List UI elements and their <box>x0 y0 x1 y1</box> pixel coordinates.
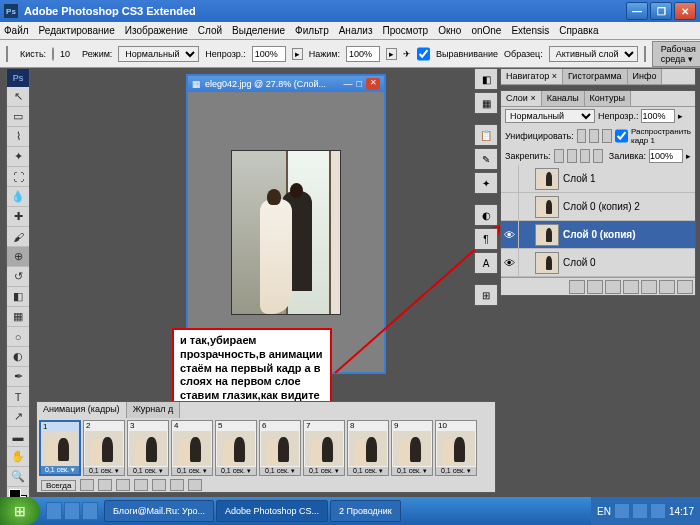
type-tool[interactable]: T <box>7 387 29 407</box>
fill-input[interactable] <box>649 149 683 163</box>
crop-tool[interactable]: ⛶ <box>7 167 29 187</box>
animation-frame[interactable]: 80,1 сек. ▾ <box>347 420 389 476</box>
animation-frame[interactable]: 10,1 сек. ▾ <box>39 420 81 476</box>
menu-item[interactable]: Слой <box>198 25 222 36</box>
path-tool[interactable]: ↗ <box>7 407 29 427</box>
layer-row[interactable]: Слой 1 <box>501 165 695 193</box>
layer-row[interactable]: Слой 0 (копия) 2 <box>501 193 695 221</box>
next-frame-button[interactable] <box>134 479 148 491</box>
lasso-tool[interactable]: ⌇ <box>7 127 29 147</box>
menu-item[interactable]: Выделение <box>232 25 285 36</box>
start-button[interactable]: ⊞ <box>0 497 40 525</box>
brush-preview[interactable] <box>52 47 54 61</box>
eyedropper-tool[interactable]: 💧 <box>7 187 29 207</box>
dock-icon[interactable]: ✎ <box>474 148 498 170</box>
menu-item[interactable]: Просмотр <box>382 25 428 36</box>
new-layer-button[interactable] <box>659 280 675 294</box>
animation-frame[interactable]: 100,1 сек. ▾ <box>435 420 477 476</box>
ql-icon[interactable] <box>64 502 80 520</box>
lock-pos-icon[interactable] <box>580 149 590 163</box>
layer-row[interactable]: 👁Слой 0 (копия) <box>501 221 695 249</box>
menu-item[interactable]: Extensis <box>511 25 549 36</box>
flow-input[interactable] <box>346 46 380 62</box>
dodge-tool[interactable]: ◐ <box>7 347 29 367</box>
airbrush-icon[interactable]: ✈ <box>403 49 411 59</box>
dock-icon[interactable]: ◐ <box>474 204 498 226</box>
minimize-button[interactable]: — <box>626 2 648 20</box>
taskbar-item[interactable]: Блоги@Mail.Ru: Уро... <box>104 500 214 522</box>
doc-min[interactable]: — <box>344 79 353 89</box>
panel-tab[interactable]: Контуры <box>585 91 631 106</box>
history-tab[interactable]: Журнал д <box>127 402 181 418</box>
dock-icon[interactable]: A <box>474 252 498 274</box>
lang-indicator[interactable]: EN <box>597 506 611 517</box>
panel-tab[interactable]: Слои × <box>501 91 542 106</box>
animation-frame[interactable]: 30,1 сек. ▾ <box>127 420 169 476</box>
eraser-tool[interactable]: ◧ <box>7 287 29 307</box>
layer-row[interactable]: 👁Слой 0 <box>501 249 695 277</box>
menu-item[interactable]: Изображение <box>125 25 188 36</box>
move-tool[interactable]: ↖ <box>7 87 29 107</box>
first-frame-button[interactable] <box>80 479 94 491</box>
ql-icon[interactable] <box>46 502 62 520</box>
menu-item[interactable]: onOne <box>471 25 501 36</box>
dock-icon[interactable]: ✦ <box>474 172 498 194</box>
unify-vis-icon[interactable] <box>589 129 599 143</box>
menu-item[interactable]: Файл <box>4 25 29 36</box>
panel-tab[interactable]: Каналы <box>542 91 585 106</box>
propagate-checkbox[interactable] <box>615 129 628 143</box>
zoom-tool[interactable]: 🔍 <box>7 467 29 487</box>
dock-icon[interactable]: ◧ <box>474 68 498 90</box>
opacity-arrow[interactable]: ▸ <box>292 48 303 60</box>
marquee-tool[interactable]: ▭ <box>7 107 29 127</box>
layer-opacity-input[interactable] <box>641 109 675 123</box>
menu-item[interactable]: Анализ <box>339 25 373 36</box>
heal-tool[interactable]: ✚ <box>7 207 29 227</box>
history-brush-tool[interactable]: ↺ <box>7 267 29 287</box>
workspace-button[interactable]: Рабочая среда ▾ <box>652 41 700 67</box>
blend-mode-select[interactable]: Нормальный <box>118 46 199 62</box>
panel-tab[interactable]: Гистограмма <box>563 69 628 84</box>
menu-item[interactable]: Фильтр <box>295 25 329 36</box>
sample-select[interactable]: Активный слой <box>549 46 638 62</box>
document-titlebar[interactable]: ▦ eleg042.jpg @ 27.8% (Слой... — □ ✕ <box>188 76 384 92</box>
ql-icon[interactable] <box>82 502 98 520</box>
delete-layer-button[interactable] <box>677 280 693 294</box>
animation-frame[interactable]: 50,1 сек. ▾ <box>215 420 257 476</box>
loop-select[interactable]: Всегда <box>41 480 76 491</box>
doc-close[interactable]: ✕ <box>366 78 380 90</box>
pen-tool[interactable]: ✒ <box>7 367 29 387</box>
delete-frame-button[interactable] <box>188 479 202 491</box>
menu-item[interactable]: Редактирование <box>39 25 115 36</box>
link-layers-button[interactable] <box>569 280 585 294</box>
flow-arrow[interactable]: ▸ <box>386 48 397 60</box>
close-button[interactable]: ✕ <box>674 2 696 20</box>
adj-layer-button[interactable] <box>623 280 639 294</box>
layer-blend-select[interactable]: Нормальный <box>505 109 595 123</box>
fill-dd[interactable]: ▸ <box>686 151 691 161</box>
blur-tool[interactable]: ○ <box>7 327 29 347</box>
unify-pos-icon[interactable] <box>577 129 587 143</box>
tray-icon[interactable] <box>615 504 629 518</box>
wand-tool[interactable]: ✦ <box>7 147 29 167</box>
tray-icon[interactable] <box>651 504 665 518</box>
dock-icon[interactable]: ¶ <box>474 228 498 250</box>
dock-icon[interactable]: 📋 <box>474 124 498 146</box>
align-checkbox[interactable] <box>417 46 430 62</box>
dock-icon[interactable]: ▦ <box>474 92 498 114</box>
toolbox-header[interactable]: Ps <box>7 69 29 87</box>
tween-button[interactable] <box>152 479 166 491</box>
panel-tab[interactable]: Инфо <box>628 69 663 84</box>
lock-trans-icon[interactable] <box>554 149 564 163</box>
layer-fx-button[interactable] <box>587 280 603 294</box>
animation-frame[interactable]: 20,1 сек. ▾ <box>83 420 125 476</box>
hand-tool[interactable]: ✋ <box>7 447 29 467</box>
opacity-dd[interactable]: ▸ <box>678 111 683 121</box>
unify-style-icon[interactable] <box>602 129 612 143</box>
opacity-input[interactable] <box>252 46 286 62</box>
visibility-toggle[interactable] <box>501 193 519 220</box>
lock-pixels-icon[interactable] <box>567 149 577 163</box>
dock-icon[interactable]: ⊞ <box>474 284 498 306</box>
maximize-button[interactable]: ❐ <box>650 2 672 20</box>
panel-tab[interactable]: Навигатор × <box>501 69 563 84</box>
